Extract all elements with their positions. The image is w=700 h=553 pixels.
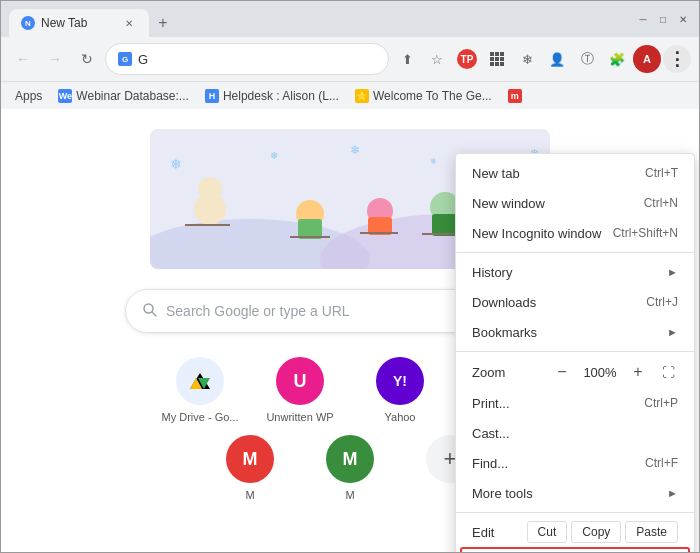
svg-rect-7 <box>495 62 499 66</box>
zoom-minus-button[interactable]: − <box>550 360 574 384</box>
star-icon-btn[interactable]: ☆ <box>423 45 451 73</box>
puzzle-icon-btn[interactable]: 🧩 <box>603 45 631 73</box>
menu-item-print[interactable]: Print... Ctrl+P <box>456 388 694 418</box>
divider-1 <box>456 252 694 253</box>
bookmark-webinar[interactable]: We Webinar Database:... <box>52 87 195 105</box>
menu-item-cast[interactable]: Cast... <box>456 418 694 448</box>
reload-button[interactable]: ↻ <box>73 45 101 73</box>
svg-rect-5 <box>500 57 504 61</box>
close-button[interactable]: ✕ <box>675 11 691 27</box>
menu-item-bookmarks[interactable]: Bookmarks ► <box>456 317 694 347</box>
m-red-icon: M <box>226 435 274 483</box>
zoom-controls: − 100% + <box>550 360 650 384</box>
zoom-row: Zoom − 100% + ⛶ <box>456 356 694 388</box>
cut-button[interactable]: Cut <box>527 521 568 543</box>
menu-item-more-tools[interactable]: More tools ► <box>456 478 694 508</box>
svg-text:❄: ❄ <box>430 157 437 166</box>
grid-icon <box>490 52 504 66</box>
maximize-button[interactable]: □ <box>655 11 671 27</box>
svg-line-37 <box>152 312 156 316</box>
apps-label: Apps <box>15 89 42 103</box>
drive-svg <box>188 369 212 393</box>
paste-button[interactable]: Paste <box>625 521 678 543</box>
unwritten-label: Unwritten WP <box>266 411 333 423</box>
history-label: History <box>472 265 663 280</box>
m-red-label: M <box>245 489 254 501</box>
m-green-label: M <box>345 489 354 501</box>
menu-item-new-window[interactable]: New window Ctrl+N <box>456 188 694 218</box>
tab-close-button[interactable]: ✕ <box>121 15 137 31</box>
person-icon-btn[interactable]: 👤 <box>543 45 571 73</box>
more-tools-arrow: ► <box>667 487 678 499</box>
window-controls: ─ □ ✕ <box>635 11 691 27</box>
menu-button[interactable]: ⋮ <box>663 45 691 73</box>
address-text: G <box>138 52 376 67</box>
active-tab[interactable]: N New Tab ✕ <box>9 9 149 37</box>
main-content: ❄ ❄ ❄ ❄ ❄ Search Google or type a URL <box>1 109 699 552</box>
back-button[interactable]: ← <box>9 45 37 73</box>
tp-icon-btn[interactable]: TP <box>453 45 481 73</box>
print-label: Print... <box>472 396 636 411</box>
menu-item-settings[interactable]: Settings <box>460 547 690 552</box>
menu-item-incognito[interactable]: New Incognito window Ctrl+Shift+N <box>456 218 694 248</box>
svg-text:❄: ❄ <box>170 156 182 172</box>
copy-button[interactable]: Copy <box>571 521 621 543</box>
toolbar-icons: ⬆ ☆ TP ❄ 👤 Ⓣ 🧩 <box>393 45 691 73</box>
grid-icon-btn[interactable] <box>483 45 511 73</box>
zoom-plus-button[interactable]: + <box>626 360 650 384</box>
m-favicon: m <box>508 89 522 103</box>
new-tab-label: New tab <box>472 166 637 181</box>
search-icon <box>142 302 158 321</box>
menu-item-history[interactable]: History ► <box>456 257 694 287</box>
tab-favicon: N <box>21 16 35 30</box>
bookmarks-arrow: ► <box>667 326 678 338</box>
new-tab-button[interactable]: + <box>149 9 177 37</box>
translate-icon-btn[interactable]: Ⓣ <box>573 45 601 73</box>
shortcut-m-green[interactable]: M M <box>310 435 390 501</box>
m-green-icon: M <box>326 435 374 483</box>
history-arrow: ► <box>667 266 678 278</box>
shortcut-unwritten[interactable]: U Unwritten WP <box>260 357 340 423</box>
svg-rect-0 <box>490 52 494 56</box>
bookmark-m[interactable]: m <box>502 87 528 105</box>
search-svg <box>142 302 158 318</box>
webinar-label: Webinar Database:... <box>76 89 189 103</box>
share-icon-btn[interactable]: ⬆ <box>393 45 421 73</box>
bookmark-apps[interactable]: Apps <box>9 87 48 105</box>
minimize-button[interactable]: ─ <box>635 11 651 27</box>
tab-title: New Tab <box>41 16 115 30</box>
toolbar: ← → ↻ G G ⬆ ☆ TP <box>1 37 699 81</box>
svg-rect-1 <box>495 52 499 56</box>
yahoo-label: Yahoo <box>385 411 416 423</box>
bookmark-helpdesk[interactable]: H Helpdesk : Alison (L... <box>199 87 345 105</box>
shortcut-drive[interactable]: My Drive - Go... <box>160 357 240 423</box>
tab-bar: N New Tab ✕ + <box>9 1 623 37</box>
zoom-fullscreen-button[interactable]: ⛶ <box>658 362 678 382</box>
menu-item-new-tab[interactable]: New tab Ctrl+T <box>456 158 694 188</box>
shortcut-yahoo[interactable]: Y! Yahoo <box>360 357 440 423</box>
bookmark-welcome[interactable]: ⭐ Welcome To The Ge... <box>349 87 498 105</box>
profile-button[interactable]: A <box>633 45 661 73</box>
svg-rect-6 <box>490 62 494 66</box>
snowflake-icon-btn[interactable]: ❄ <box>513 45 541 73</box>
incognito-label: New Incognito window <box>472 226 605 241</box>
unwritten-icon: U <box>276 357 324 405</box>
forward-button[interactable]: → <box>41 45 69 73</box>
menu-item-find[interactable]: Find... Ctrl+F <box>456 448 694 478</box>
bookmarks-bar: Apps We Webinar Database:... H Helpdesk … <box>1 81 699 109</box>
svg-rect-2 <box>500 52 504 56</box>
welcome-label: Welcome To The Ge... <box>373 89 492 103</box>
svg-rect-8 <box>500 62 504 66</box>
shortcuts-row-2: M M M M + <box>210 435 490 501</box>
title-bar: N New Tab ✕ + ─ □ ✕ <box>1 1 699 37</box>
svg-point-13 <box>198 177 222 201</box>
drive-label: My Drive - Go... <box>161 411 238 423</box>
address-bar[interactable]: G G <box>105 43 389 75</box>
shortcut-m-red[interactable]: M M <box>210 435 290 501</box>
divider-3 <box>456 512 694 513</box>
menu-item-downloads[interactable]: Downloads Ctrl+J <box>456 287 694 317</box>
edit-row: Edit Cut Copy Paste <box>456 517 694 547</box>
divider-2 <box>456 351 694 352</box>
svg-text:❄: ❄ <box>270 150 278 161</box>
yahoo-icon: Y! <box>376 357 424 405</box>
